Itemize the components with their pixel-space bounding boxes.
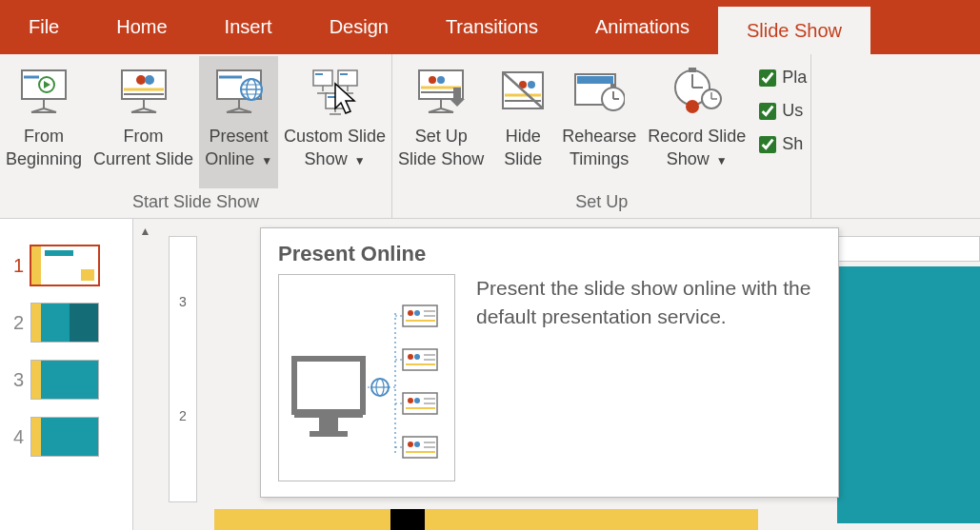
dropdown-icon: ▼ — [261, 154, 272, 167]
svg-rect-36 — [326, 93, 345, 108]
tab-insert[interactable]: Insert — [196, 0, 301, 54]
tabs-bar: File Home Insert Design Transitions Anim… — [0, 0, 980, 54]
svg-rect-71 — [294, 412, 363, 418]
svg-rect-65 — [689, 68, 696, 72]
thumb-number: 2 — [13, 312, 30, 334]
play-check-icon[interactable] — [759, 69, 776, 87]
custom-show-label: Custom Slide Show ▼ — [284, 125, 386, 172]
svg-point-41 — [429, 76, 436, 84]
dropdown-icon: ▼ — [354, 154, 366, 167]
thumb-number: 3 — [13, 369, 30, 391]
slide-canvas[interactable] — [837, 266, 980, 523]
svg-point-93 — [408, 398, 413, 403]
vertical-ruler: 3 2 — [169, 236, 197, 502]
thumb-preview — [30, 245, 99, 285]
svg-point-79 — [408, 310, 413, 316]
custom-slide-show-button[interactable]: Custom Slide Show ▼ — [278, 56, 391, 188]
group-start-label: Start Slide Show — [0, 188, 391, 218]
svg-rect-28 — [313, 70, 332, 86]
hide-slide-icon — [495, 64, 550, 119]
tooltip-illustration — [278, 274, 455, 481]
group-start-slide-show: From Beginning From C — [0, 54, 392, 218]
thumbnail-slide-3[interactable]: 3 — [0, 360, 132, 400]
scroll-up-button[interactable]: ▲ — [133, 219, 157, 243]
present-online-label: Present Online ▼ — [205, 125, 272, 172]
tab-home[interactable]: Home — [88, 0, 195, 54]
dropdown-icon: ▼ — [716, 154, 728, 167]
svg-rect-32 — [338, 70, 357, 86]
ruler-tick: 2 — [170, 408, 196, 423]
from-beginning-label: From Beginning — [6, 125, 82, 170]
from-beginning-icon — [16, 64, 71, 119]
show-check-icon[interactable] — [759, 136, 776, 153]
svg-rect-70 — [294, 359, 363, 412]
ruler-tick: 3 — [170, 294, 196, 309]
svg-point-66 — [686, 100, 699, 113]
tooltip-title: Present Online — [278, 242, 821, 266]
svg-point-80 — [414, 310, 420, 316]
thumbnail-slide-1[interactable]: 1 — [0, 245, 132, 285]
custom-slide-show-icon — [308, 64, 363, 119]
play-narrations-checkbox[interactable]: Pla — [759, 68, 807, 88]
group-setup-label: Set Up — [392, 188, 810, 218]
thumb-preview — [30, 360, 99, 400]
tab-slide-show[interactable]: Slide Show — [718, 7, 870, 54]
present-online-icon — [211, 64, 267, 119]
slide-thumbnails: 1 2 3 4 — [0, 219, 133, 530]
svg-rect-57 — [577, 76, 613, 84]
hide-slide-button[interactable]: Hide Slide — [490, 56, 556, 188]
record-slide-show-icon — [670, 64, 725, 119]
play-label: Pla — [782, 68, 807, 88]
thumb-preview — [30, 303, 99, 343]
scroll-column: ▲ — [133, 219, 157, 530]
tab-transitions[interactable]: Transitions — [417, 0, 567, 54]
svg-point-10 — [145, 75, 154, 85]
svg-rect-73 — [310, 431, 348, 437]
tooltip-description: Present the slide show online with the d… — [476, 274, 821, 331]
thumbnail-slide-2[interactable]: 2 — [0, 303, 132, 343]
set-up-slide-show-icon — [413, 64, 469, 119]
use-label: Us — [782, 101, 803, 121]
show-media-checkbox[interactable]: Sh — [759, 134, 807, 154]
thumb-preview — [30, 417, 99, 457]
set-up-slide-show-button[interactable]: Set Up Slide Show — [392, 56, 490, 188]
svg-rect-61 — [610, 84, 616, 88]
svg-point-94 — [414, 398, 420, 403]
from-beginning-button[interactable]: From Beginning — [0, 56, 88, 188]
rehearse-timings-icon — [571, 64, 627, 119]
thumb-number: 1 — [13, 255, 30, 277]
ribbon: From Beginning From C — [0, 54, 980, 219]
svg-point-86 — [408, 354, 413, 360]
setup-checkboxes: Pla Us Sh — [751, 56, 810, 188]
from-current-slide-icon — [116, 64, 171, 119]
from-current-slide-button[interactable]: From Current Slide — [88, 56, 199, 188]
thumbnail-slide-4[interactable]: 4 — [0, 417, 132, 457]
rehearse-timings-button[interactable]: Rehearse Timings — [556, 56, 642, 188]
slide-bottom-strip — [214, 509, 758, 530]
rehearse-label: Rehearse Timings — [562, 125, 636, 170]
svg-point-101 — [414, 442, 420, 447]
record-slide-show-button[interactable]: Record Slide Show ▼ — [642, 56, 751, 188]
hide-slide-label: Hide Slide — [504, 125, 542, 170]
tab-design[interactable]: Design — [301, 0, 417, 54]
svg-point-52 — [528, 81, 535, 88]
from-current-label: From Current Slide — [93, 125, 193, 170]
tab-file[interactable]: File — [0, 0, 88, 54]
svg-point-9 — [136, 75, 146, 85]
use-timings-checkbox[interactable]: Us — [759, 101, 807, 121]
thumb-number: 4 — [13, 426, 30, 448]
setup-show-label: Set Up Slide Show — [398, 125, 484, 170]
svg-point-87 — [414, 354, 420, 360]
show-label: Sh — [782, 134, 803, 154]
group-set-up: Set Up Slide Show Hide Slide — [392, 54, 811, 218]
record-show-label: Record Slide Show ▼ — [648, 125, 746, 172]
svg-point-100 — [408, 442, 413, 447]
present-online-tooltip: Present Online — [260, 227, 839, 498]
tab-animations[interactable]: Animations — [567, 0, 718, 54]
present-online-button[interactable]: Present Online ▼ — [199, 56, 278, 188]
use-check-icon[interactable] — [759, 103, 776, 120]
svg-point-42 — [437, 76, 445, 84]
svg-rect-72 — [319, 418, 338, 431]
